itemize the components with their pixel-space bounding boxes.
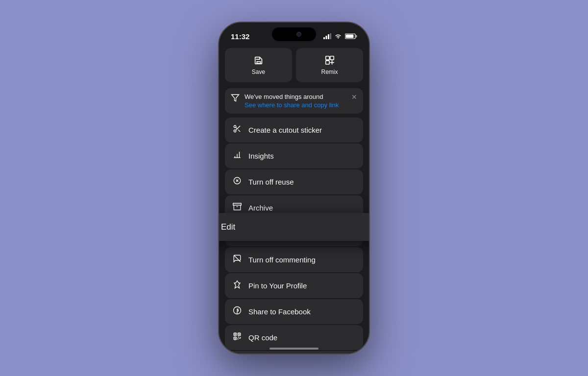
remix-button[interactable]: Remix <box>296 48 363 82</box>
svg-rect-2 <box>328 34 329 39</box>
insights-label: Insights <box>248 152 274 160</box>
dynamic-island <box>272 27 316 41</box>
svg-rect-30 <box>235 334 236 335</box>
qr-code-icon <box>232 332 243 343</box>
save-icon <box>253 55 264 66</box>
svg-rect-5 <box>356 35 357 38</box>
scissors-icon <box>232 124 243 136</box>
cutout-sticker-label: Create a cutout sticker <box>248 126 322 134</box>
svg-rect-10 <box>325 61 329 64</box>
notice-link[interactable]: See where to share and copy link <box>245 101 357 109</box>
remix-label: Remix <box>321 69 338 75</box>
circle-x-icon <box>232 176 243 188</box>
notice-banner: We've moved things around See where to s… <box>225 88 363 114</box>
comment-off-icon <box>232 254 243 265</box>
phone-frame: 11:32 <box>218 22 370 354</box>
remix-icon <box>324 55 335 66</box>
save-label: Save <box>252 69 265 75</box>
menu-item-qr-code[interactable]: QR code <box>225 325 363 350</box>
menu-item-turn-off-commenting[interactable]: Turn off commenting <box>225 247 363 272</box>
top-actions: Save Remix <box>225 48 363 82</box>
svg-line-15 <box>238 130 240 132</box>
signal-icon <box>323 33 331 39</box>
share-facebook-label: Share to Facebook <box>248 307 311 316</box>
qr-code-label: QR code <box>248 333 277 342</box>
notice-icon <box>231 94 240 104</box>
archive-label: Archive <box>248 204 273 212</box>
edit-overlay[interactable]: Edit <box>219 213 369 241</box>
filter-icon <box>231 94 240 102</box>
turn-off-commenting-label: Turn off commenting <box>248 256 316 264</box>
svg-marker-11 <box>232 94 239 101</box>
status-time: 11:32 <box>231 32 249 41</box>
camera-dot <box>296 32 301 37</box>
svg-line-16 <box>236 127 237 129</box>
notice-text: We've moved things around See where to s… <box>245 93 357 109</box>
menu-item-insights[interactable]: Insights <box>225 143 363 168</box>
pin-to-profile-label: Pin to Your Profile <box>248 282 307 290</box>
wifi-icon <box>334 33 342 39</box>
menu-item-delete[interactable]: Delete <box>225 351 363 353</box>
menu-item-pin-to-profile[interactable]: Pin to Your Profile <box>225 273 363 298</box>
svg-rect-3 <box>330 33 332 39</box>
svg-rect-1 <box>326 36 327 39</box>
svg-rect-32 <box>235 338 236 339</box>
svg-rect-9 <box>330 56 333 60</box>
save-button[interactable]: Save <box>225 48 292 82</box>
main-content: Save Remix <box>219 44 369 353</box>
menu-item-cutout-sticker[interactable]: Create a cutout sticker <box>225 118 363 142</box>
bar-chart-icon <box>232 150 243 162</box>
notice-close-button[interactable]: ✕ <box>351 93 357 101</box>
home-indicator <box>270 348 318 350</box>
edit-label: Edit <box>221 222 235 232</box>
svg-rect-6 <box>346 35 354 38</box>
svg-rect-0 <box>323 37 325 39</box>
svg-rect-7 <box>257 62 260 64</box>
pin-icon <box>232 280 243 291</box>
status-icons <box>323 33 357 39</box>
menu-item-turn-off-reuse[interactable]: Turn off reuse <box>225 169 363 194</box>
svg-rect-8 <box>325 56 329 60</box>
menu-item-share-facebook[interactable]: Share to Facebook <box>225 299 363 324</box>
svg-point-12 <box>234 125 236 128</box>
archive-icon <box>232 202 243 213</box>
battery-icon <box>345 33 357 39</box>
phone-screen: 11:32 <box>219 23 369 353</box>
svg-rect-31 <box>239 334 240 335</box>
notice-title: We've moved things around <box>245 93 357 100</box>
turn-off-reuse-label: Turn off reuse <box>248 178 294 186</box>
facebook-icon <box>232 306 243 317</box>
svg-point-13 <box>234 130 236 132</box>
